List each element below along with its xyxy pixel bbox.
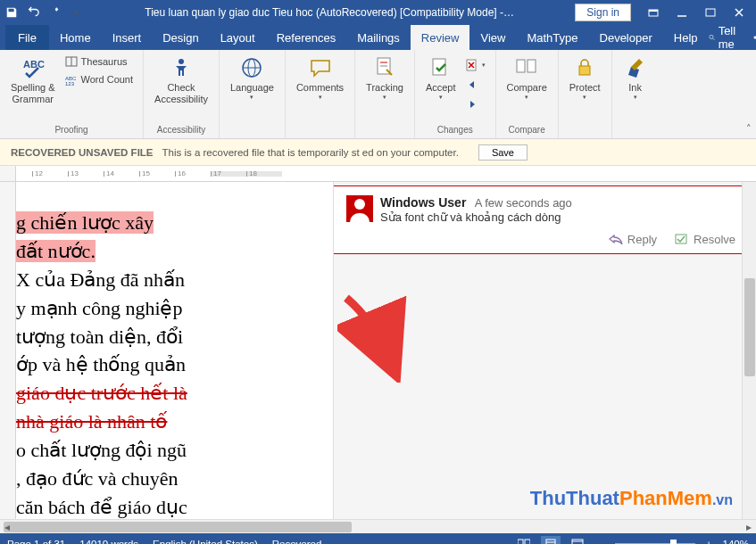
svg-rect-1 (649, 10, 658, 12)
recovered-status[interactable]: Recovered (272, 539, 322, 544)
svg-point-4 (709, 35, 712, 38)
title-bar: ▾ Tieu luan quan ly giao duc Tieu hoc (A… (0, 0, 756, 25)
comment-text[interactable]: Sửa font chữ và khoảng cách dòng (380, 210, 572, 224)
vertical-scrollbar[interactable] (742, 182, 756, 519)
window-controls (640, 3, 752, 22)
ribbon-group-ink: Ink▾ (612, 50, 659, 138)
check-accessibility-button[interactable]: Check Accessibility (151, 54, 212, 107)
collapse-ribbon-icon[interactable]: ˄ (742, 50, 756, 138)
resolve-button[interactable]: Resolve (675, 233, 735, 246)
ribbon-group-compare: Compare▾ Compare (496, 50, 559, 138)
ink-button[interactable]: Ink▾ (619, 54, 652, 103)
tell-me-label: Tell me (719, 24, 740, 51)
compare-button[interactable]: Compare▾ (503, 54, 551, 103)
infobar-title: RECOVERED UNSAVED FILE (11, 147, 154, 158)
horizontal-ruler[interactable]: 12 13 14 15 16 17 18 (0, 166, 756, 182)
window-title: Tieu luan quan ly giao duc Tieu hoc (Aut… (84, 6, 575, 19)
ribbon-group-proofing: ABC Spelling & Grammar Thesaurus ABC123W… (0, 50, 144, 138)
svg-rect-24 (528, 60, 536, 72)
tab-layout[interactable]: Layout (210, 25, 266, 50)
maximize-icon[interactable] (697, 3, 724, 22)
tab-design[interactable]: Design (152, 25, 209, 50)
print-layout-icon[interactable] (541, 536, 561, 544)
svg-text:ABC: ABC (23, 59, 45, 70)
zoom-slider-thumb[interactable] (670, 540, 677, 545)
ribbon-display-icon[interactable] (640, 3, 667, 22)
share-button[interactable]: Share (752, 31, 756, 45)
vertical-ruler[interactable] (0, 182, 16, 519)
document-line[interactable]: tượng toàn diện, đổi (16, 323, 324, 351)
document-line[interactable]: ớp và hệ thống quản (16, 350, 324, 379)
infobar-save-button[interactable]: Save (478, 144, 528, 161)
prev-change-button[interactable] (463, 77, 488, 93)
zoom-in-button[interactable]: + (702, 539, 716, 544)
zoom-out-button[interactable]: − (594, 539, 608, 544)
comment-card[interactable]: Windows User A few seconds ago Sửa font … (334, 185, 749, 254)
page-number-status[interactable]: Page 1 of 31 (7, 539, 65, 544)
scroll-right-icon[interactable]: ▸ (742, 520, 756, 534)
proofing-group-label: Proofing (54, 123, 87, 135)
comment-author: Windows User (380, 195, 466, 210)
redo-icon[interactable] (46, 4, 62, 21)
tab-home[interactable]: Home (49, 25, 102, 50)
minimize-icon[interactable] (669, 3, 695, 22)
watermark-logo: ThuThuatPhanMem.vn (530, 487, 733, 510)
document-line[interactable]: giáo dục trước hết là (16, 379, 324, 408)
svg-rect-23 (517, 60, 525, 72)
spelling-grammar-button[interactable]: ABC Spelling & Grammar (7, 54, 59, 107)
web-layout-icon[interactable] (568, 536, 587, 544)
sign-in-button[interactable]: Sign in (575, 4, 631, 21)
tab-mailings[interactable]: Mailings (346, 25, 411, 50)
svg-line-5 (712, 38, 714, 40)
ribbon-group-protect: Protect▾ (559, 50, 612, 138)
document-page[interactable]: g chiến lược xâyđất nước.X của Đảng đã n… (16, 182, 333, 519)
comment-timestamp: A few seconds ago (475, 196, 572, 210)
word-count-button[interactable]: ABC123Word Count (62, 71, 137, 87)
document-line[interactable]: X của Đảng đã nhấn (16, 266, 324, 294)
tab-insert[interactable]: Insert (102, 25, 153, 50)
recovered-file-infobar: RECOVERED UNSAVED FILE This is a recover… (0, 139, 756, 166)
tab-mathtype[interactable]: MathType (516, 25, 588, 50)
tab-references[interactable]: References (266, 25, 346, 50)
reject-button[interactable]: ▾ (463, 57, 488, 73)
comments-button[interactable]: Comments▾ (293, 54, 347, 103)
scrollbar-thumb[interactable] (744, 278, 755, 376)
language-button[interactable]: Language▾ (227, 54, 278, 103)
document-line[interactable]: nhà giáo là nhân tố (16, 408, 324, 436)
save-icon[interactable] (4, 4, 20, 21)
document-line[interactable]: đất nước. (16, 237, 324, 266)
accept-button[interactable]: Accept▾ (422, 54, 460, 103)
document-line[interactable]: y mạnh công nghiệp (16, 294, 324, 323)
tell-me-search[interactable]: Tell me (709, 24, 741, 51)
ribbon-group-accessibility: Check Accessibility Accessibility (144, 50, 220, 138)
document-line[interactable]: g chiến lược xây (16, 209, 324, 237)
word-count-status[interactable]: 14010 words (79, 539, 138, 544)
status-bar: Page 1 of 31 14010 words English (United… (0, 533, 756, 544)
language-status[interactable]: English (United States) (153, 539, 258, 544)
scroll-left-icon[interactable]: ◂ (0, 520, 14, 534)
tab-developer[interactable]: Developer (589, 25, 663, 50)
svg-rect-28 (525, 540, 530, 544)
spelling-label: Spelling & Grammar (11, 82, 55, 105)
document-line[interactable]: , đạo đức và chuyên (16, 465, 324, 493)
ruler-corner (0, 166, 16, 182)
reply-button[interactable]: Reply (609, 233, 657, 246)
thesaurus-button[interactable]: Thesaurus (62, 54, 137, 70)
document-line[interactable]: căn bách để giáo dục (16, 493, 324, 519)
zoom-level[interactable]: 140% (723, 539, 749, 544)
tab-view[interactable]: View (469, 25, 516, 50)
read-mode-icon[interactable] (514, 536, 534, 544)
horizontal-scrollbar[interactable]: ◂ ▸ (0, 519, 756, 533)
close-icon[interactable] (726, 3, 752, 22)
scrollbar-thumb[interactable] (4, 522, 352, 532)
qat-dropdown-icon[interactable]: ▾ (68, 4, 84, 21)
tab-help[interactable]: Help (663, 25, 709, 50)
file-tab[interactable]: File (5, 25, 49, 50)
tab-review[interactable]: Review (411, 25, 470, 50)
next-change-button[interactable] (463, 96, 488, 112)
undo-icon[interactable] (25, 4, 41, 21)
protect-button[interactable]: Protect▾ (566, 54, 604, 103)
ribbon: ABC Spelling & Grammar Thesaurus ABC123W… (0, 50, 756, 139)
tracking-button[interactable]: Tracking▾ (362, 54, 407, 103)
document-line[interactable]: o chất lượng đội ngũ (16, 436, 324, 465)
